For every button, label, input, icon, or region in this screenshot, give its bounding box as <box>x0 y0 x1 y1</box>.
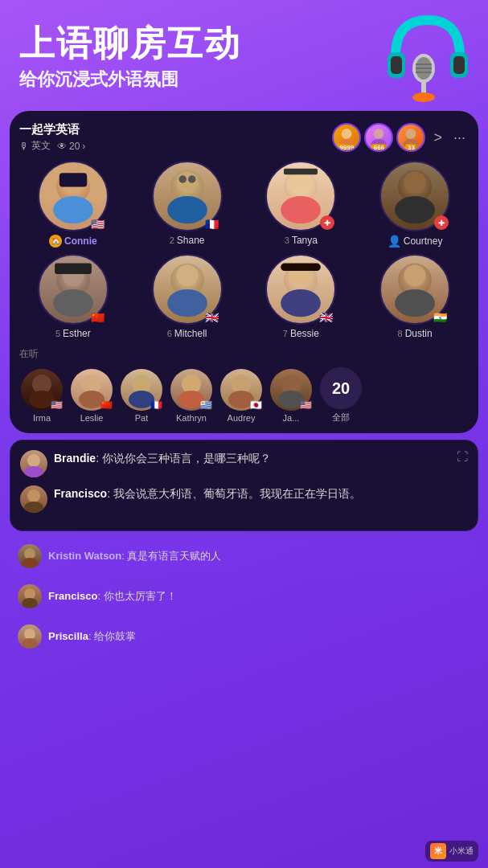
user-icon: 👤 <box>388 235 401 248</box>
mic-icon: 🎙 <box>19 141 29 152</box>
speaker-esther[interactable]: 🇨🇳 5 Esther <box>19 254 127 339</box>
speaker-name-connie: 🏠 Connie <box>49 235 97 248</box>
svg-point-46 <box>395 289 435 317</box>
svg-point-11 <box>342 129 352 140</box>
listener-ja[interactable]: 🇺🇸 Ja... <box>269 369 314 423</box>
listener-name-ja: Ja... <box>283 413 300 423</box>
svg-point-23 <box>178 176 187 184</box>
svg-point-15 <box>406 129 416 140</box>
speaker-avatar-wrap: ✚ <box>265 161 336 231</box>
svg-point-67 <box>24 628 35 640</box>
bottom-chat-kristin: Kristin Watson: 真是有语言天赋的人 <box>10 538 478 575</box>
svg-point-25 <box>167 196 207 223</box>
listener-more[interactable]: 20 全部 <box>318 367 363 424</box>
speaker-dustin[interactable]: 🇮🇳 8 Dustin <box>361 254 469 339</box>
watermark-icon: 米 <box>430 843 446 859</box>
speaker-mitchell[interactable]: 🇬🇧 6 Mitchell <box>133 254 241 339</box>
svg-point-22 <box>176 172 198 194</box>
listener-name-leslie: Leslie <box>80 413 104 423</box>
speaker-shane[interactable]: 🇫🇷 2 Shane <box>133 161 241 248</box>
more-button[interactable]: > <box>430 126 445 149</box>
speaker-flag-dustin: 🇮🇳 <box>431 311 449 323</box>
chat-avatar-1 <box>20 450 47 477</box>
svg-rect-28 <box>284 169 318 175</box>
listener-flag-kathryn: 🇺🇾 <box>200 399 212 411</box>
svg-point-66 <box>22 598 38 608</box>
chat-section: ⛶ Brandie: 你说你会三种语言，是哪三种呢？ Francisco: 我会… <box>10 440 478 531</box>
dots-button[interactable]: ··· <box>450 126 469 149</box>
listener-name-kathryn: Kathryn <box>176 413 207 423</box>
bottom-chat-avatar-kristin <box>18 544 42 568</box>
bottom-chat-francisco: Francisco: 你也太厉害了！ <box>10 578 478 615</box>
listener-flag-pat: 🇫🇷 <box>150 399 162 411</box>
decoration <box>375 8 480 113</box>
top-users: 9999 666 33 <box>332 123 425 152</box>
svg-point-36 <box>53 289 93 317</box>
svg-point-32 <box>395 196 435 223</box>
speaker-tanya[interactable]: ✚ 3 Tanya <box>248 161 355 248</box>
chat-message-2: Francisco: 我会说意大利语、葡萄牙语。我现在正在学日语。 <box>20 485 468 513</box>
listener-leslie[interactable]: 🇨🇳 Leslie <box>69 369 114 423</box>
top-user-3[interactable]: 33 <box>396 123 425 152</box>
svg-point-10 <box>412 92 435 102</box>
listener-flag-ja: 🇺🇸 <box>300 399 312 411</box>
all-label: 全部 <box>332 411 350 424</box>
svg-rect-2 <box>391 56 402 74</box>
listener-flag-audrey: 🇯🇵 <box>250 399 262 411</box>
bottom-chat-avatar-francisco <box>18 584 42 608</box>
speaker-connie[interactable]: 🇺🇸 🏠 Connie <box>19 161 127 248</box>
hero-section: 上语聊房互动 给你沉浸式外语氛围 <box>0 0 488 100</box>
speaker-name-bessie: 7 Bessie <box>283 328 319 339</box>
listener-avatar-wrap: 🇯🇵 <box>220 369 262 411</box>
listener-flag-leslie: 🇨🇳 <box>100 399 113 411</box>
bottom-chat-avatar-priscilla <box>18 624 42 649</box>
listeners-section: 在听 🇺🇸 Irma 🇨🇳 <box>19 347 469 424</box>
all-count[interactable]: 20 <box>320 367 362 409</box>
bottom-chat-text-priscilla: Priscilla: 给你鼓掌 <box>48 629 470 644</box>
room-meta: 🎙 英文 👁 20 › <box>19 139 332 153</box>
speaker-avatar-wrap: ✚ <box>379 161 450 231</box>
bottom-chat-text-kristin: Kristin Watson: 真是有语言天赋的人 <box>48 549 470 563</box>
listeners-row: 🇺🇸 Irma 🇨🇳 Leslie <box>19 367 469 424</box>
chat-message-1: Brandie: 你说你会三种语言，是哪三种呢？ <box>20 450 457 477</box>
host-badge: 🏠 <box>49 235 62 248</box>
listener-kathryn[interactable]: 🇺🇾 Kathryn <box>169 369 214 423</box>
speaker-flag-courtney: ✚ <box>434 215 449 230</box>
chevron-icon: › <box>82 141 85 152</box>
speaker-bessie[interactable]: 🇬🇧 7 Bessie <box>248 254 355 339</box>
listener-pat[interactable]: 🇫🇷 Pat <box>119 369 164 423</box>
listener-avatar-wrap: 🇺🇾 <box>170 369 212 411</box>
svg-point-27 <box>290 172 312 194</box>
chat-content-2: Francisco: 我会说意大利语、葡萄牙语。我现在正在学日语。 <box>54 485 361 502</box>
speaker-flag-connie: 🇺🇸 <box>89 218 107 230</box>
speaker-avatar-wrap: 🇬🇧 <box>152 254 223 325</box>
chat-content-1: Brandie: 你说你会三种语言，是哪三种呢？ <box>54 450 271 467</box>
room-info: 一起学英语 🎙 英文 👁 20 › <box>19 122 332 153</box>
speaker-avatar-wrap: 🇺🇸 <box>38 161 109 231</box>
room-language: 🎙 英文 <box>19 139 51 153</box>
top-user-2[interactable]: 666 <box>364 123 393 152</box>
listener-avatar-wrap: 🇺🇸 <box>270 369 312 411</box>
speaker-name-courtney: 👤 Courtney <box>388 235 443 248</box>
svg-point-64 <box>22 558 38 568</box>
speaker-flag-tanya: ✚ <box>320 215 334 230</box>
room-viewers: 👁 20 › <box>57 141 85 152</box>
room-header: 一起学英语 🎙 英文 👁 20 › 9999 <box>19 122 469 153</box>
eye-icon: 👁 <box>57 141 67 152</box>
room-name: 一起学英语 <box>19 122 332 137</box>
expand-icon[interactable]: ⛶ <box>457 450 468 463</box>
listener-avatar-wrap: 🇫🇷 <box>121 369 162 411</box>
bottom-chat-priscilla: Priscilla: 给你鼓掌 <box>10 618 478 655</box>
listener-name-audrey: Audrey <box>228 413 256 423</box>
svg-point-29 <box>281 196 322 223</box>
watermark-text: 小米通 <box>449 845 474 857</box>
speaker-avatar-wrap: 🇬🇧 <box>265 254 336 325</box>
listener-audrey[interactable]: 🇯🇵 Audrey <box>219 369 264 423</box>
listener-irma[interactable]: 🇺🇸 Irma <box>19 369 64 423</box>
svg-rect-3 <box>453 56 465 74</box>
speaker-courtney[interactable]: ✚ 👤 Courtney <box>361 161 469 248</box>
top-user-1[interactable]: 9999 <box>332 123 361 152</box>
bottom-chats: Kristin Watson: 真是有语言天赋的人 Francisco: 你也太… <box>10 538 478 655</box>
bottom-chat-text-francisco: Francisco: 你也太厉害了！ <box>48 589 470 604</box>
svg-point-68 <box>22 638 38 649</box>
